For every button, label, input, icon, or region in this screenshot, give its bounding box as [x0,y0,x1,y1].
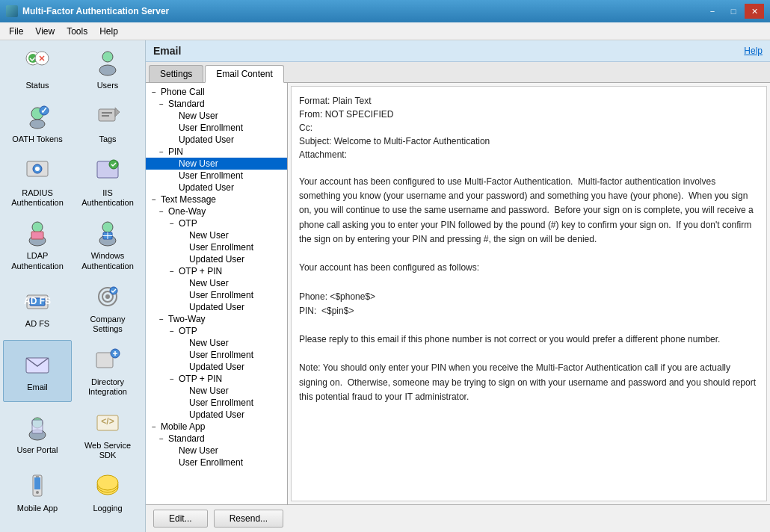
sidebar-item-iis-auth[interactable]: IIS Authentication [73,151,142,212]
sidebar-item-users[interactable]: Users [73,43,142,96]
sidebar-item-radius-auth[interactable]: RADIUS Authentication [3,151,72,212]
tree-expand-one-way: − [156,208,167,216]
menu-view[interactable]: View [29,24,61,39]
tab-settings[interactable]: Settings [149,65,203,82]
menu-tools[interactable]: Tools [61,24,93,39]
svg-point-6 [99,65,116,75]
content-area: Email Help Settings Email Content −Phone… [146,40,770,532]
radius-auth-label: RADIUS Authentication [6,188,69,208]
minimize-button[interactable]: − [703,4,722,19]
sidebar-item-ad-fs[interactable]: AD FS AD FS [3,277,72,338]
sidebar-item-status[interactable]: Status [3,43,72,96]
tree-node-otp-2[interactable]: −OTP [146,325,287,337]
app-icon [6,5,18,17]
tree-node-standard-2[interactable]: −Standard [146,433,287,445]
logging-label: Logging [93,504,122,513]
bottom-bar: Edit... Resend... [146,504,770,532]
svg-point-47 [36,491,39,494]
tree-node-updated-user-otppin1[interactable]: Updated User [146,301,287,313]
company-icon [93,282,123,312]
resend-button[interactable]: Resend... [214,510,283,528]
menu-file[interactable]: File [3,24,29,39]
sidebar-item-windows-auth[interactable]: Windows Authentication [73,214,142,275]
tree-label-user-enroll-otppin2: User Enrollment [188,398,253,408]
sidebar-item-company-settings[interactable]: Company Settings [73,277,142,338]
tree-node-otp-pin-1[interactable]: −OTP + PIN [146,265,287,277]
sidebar-item-directory-integration[interactable]: Directory Integration [73,340,142,401]
svg-point-33 [105,294,110,299]
tree-label-otp-2: OTP [177,326,197,336]
tab-email-content[interactable]: Email Content [205,65,283,83]
email-attachment: Attachment: [299,148,759,161]
tree-node-user-enroll-otppin2[interactable]: User Enrollment [146,397,287,409]
sidebar: Status Users ✓ OATH Tokens [0,40,146,532]
tree-node-user-enroll-mob[interactable]: User Enrollment [146,457,287,468]
tree-node-new-user-pin[interactable]: New User [146,158,287,170]
tree-node-user-enroll-otp1[interactable]: User Enrollment [146,241,287,253]
email-body: Your account has been configured to use … [299,175,759,404]
tree-label-new-user-otp1: New User [188,230,229,241]
menu-help[interactable]: Help [93,24,124,39]
tree-label-otp-pin-2: OTP + PIN [177,374,222,384]
svg-text:✓: ✓ [40,105,48,116]
tree-node-new-user-otp1[interactable]: New User [146,229,287,241]
tree-node-updated-user-pin[interactable]: Updated User [146,182,287,194]
close-button[interactable]: ✕ [745,4,764,19]
tree-label-updated-user-otppin2: Updated User [188,409,244,420]
email-cc: Cc: [299,121,759,134]
tree-node-two-way[interactable]: −Two-Way [146,313,287,325]
tree-label-mobile-app: Mobile App [159,421,205,432]
sidebar-item-mobile-app[interactable]: Mobile App [3,466,72,519]
tree-node-one-way[interactable]: −One-Way [146,205,287,217]
tree-label-text-message: Text Message [159,194,216,205]
tree-node-phone-call[interactable]: −Phone Call [146,86,287,98]
tree-expand-phone-call: − [149,88,159,96]
tree-node-standard-1[interactable]: −Standard [146,98,287,110]
ldap-icon [22,218,52,248]
tree-node-pin[interactable]: −PIN [146,146,287,158]
tree-node-updated-user-otppin2[interactable]: Updated User [146,409,287,421]
tree-node-new-user-otppin2[interactable]: New User [146,385,287,397]
status-label: Status [25,81,49,90]
tree-node-new-user-mob[interactable]: New User [146,445,287,457]
tree-node-updated-user-otp1[interactable]: Updated User [146,253,287,265]
svg-point-5 [102,52,113,62]
tree-label-phone-call: Phone Call [159,87,205,97]
tree-node-new-user-1[interactable]: New User [146,110,287,122]
svg-text:</>: </> [101,416,114,427]
edit-button[interactable]: Edit... [153,510,208,528]
svg-text:AD FS: AD FS [24,296,51,306]
tree-node-user-enroll-pin[interactable]: User Enrollment [146,170,287,182]
sidebar-item-logging[interactable]: Logging [73,466,142,519]
sidebar-item-tags[interactable]: Tags [73,97,142,149]
tree-node-updated-user-otp2[interactable]: Updated User [146,361,287,373]
tree-expand-pin: − [156,148,167,156]
sidebar-item-oath-tokens[interactable]: ✓ OATH Tokens [3,97,72,149]
tree-label-otp-1: OTP [177,218,197,229]
maximize-button[interactable]: □ [724,4,743,19]
sidebar-item-email[interactable]: Email [3,340,72,401]
tree-node-new-user-otp2[interactable]: New User [146,337,287,349]
tree-label-standard-1: Standard [167,99,205,109]
sidebar-item-web-service-sdk[interactable]: </> Web Service SDK [73,403,142,465]
help-link[interactable]: Help [744,46,763,56]
tree-expand-standard-1: − [156,100,167,108]
tree-node-user-enroll-1[interactable]: User Enrollment [146,122,287,134]
users-label: Users [97,81,119,90]
tree-node-mobile-app[interactable]: −Mobile App [146,421,287,433]
users-icon [93,48,123,78]
svg-rect-11 [99,109,115,121]
svg-point-8 [30,120,45,129]
tree-node-updated-user-1[interactable]: Updated User [146,134,287,146]
sidebar-item-ldap-auth[interactable]: LDAP Authentication [3,214,72,275]
tree-node-user-enroll-otp2[interactable]: User Enrollment [146,349,287,361]
tags-icon [93,102,123,132]
tree-node-text-message[interactable]: −Text Message [146,194,287,205]
tree-node-otp-1[interactable]: −OTP [146,217,287,229]
email-content-panel: Format: Plain Text From: NOT SPECIFIED C… [291,86,767,501]
sidebar-item-user-portal[interactable]: User Portal [3,403,72,465]
tree-node-new-user-otppin1[interactable]: New User [146,277,287,289]
tree-node-user-enroll-otppin1[interactable]: User Enrollment [146,289,287,301]
tree-node-otp-pin-2[interactable]: −OTP + PIN [146,373,287,385]
tree-label-user-enroll-mob: User Enrollment [177,457,243,468]
